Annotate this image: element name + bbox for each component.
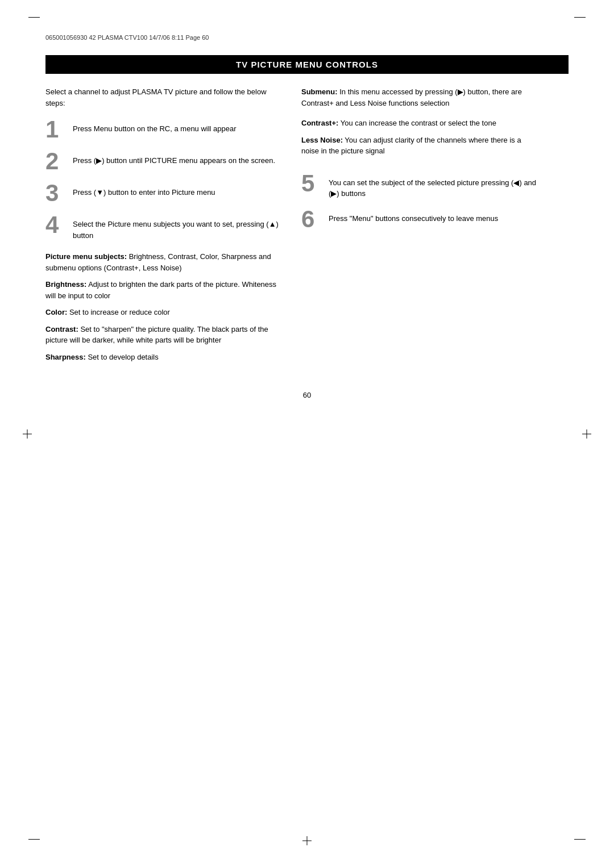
contrast-text: Set to "sharpen" the picture quality. Th… bbox=[45, 325, 268, 345]
corner-mark-bottom-right bbox=[574, 839, 586, 840]
contrast-plus-label: Contrast+: bbox=[301, 119, 338, 127]
step-6-number: 6 bbox=[301, 207, 322, 231]
step-3: 3 Press (▼) button to enter into Picture… bbox=[45, 183, 284, 205]
submenu-label: Submenu: bbox=[301, 87, 338, 96]
step-5-text: You can set the subject of the selected … bbox=[329, 174, 540, 199]
picture-menu-subjects-block: Picture menu subjects: Brightness, Contr… bbox=[45, 251, 284, 273]
page-title: TV PICTURE MENU CONTROLS bbox=[236, 60, 378, 69]
step-3-text: Press (▼) button to enter into Picture m… bbox=[73, 183, 215, 198]
sharpness-label: Sharpness: bbox=[45, 353, 86, 361]
cross-bottom-center bbox=[302, 836, 312, 845]
title-bar: TV PICTURE MENU CONTROLS bbox=[45, 55, 569, 74]
step-1-text: Press Menu button on the RC, a menu will… bbox=[73, 120, 237, 135]
cross-right bbox=[582, 429, 591, 439]
step-2-text: Press (▶) button until PICTURE menu appe… bbox=[73, 152, 275, 166]
color-label: Color: bbox=[45, 308, 67, 316]
step-2-number: 2 bbox=[45, 149, 66, 173]
submenu-block: Submenu: In this menu accessed by pressi… bbox=[301, 86, 540, 108]
contrast-plus-block: Contrast+: You can increase the contrast… bbox=[301, 118, 540, 129]
page: 065001056930 42 PLASMA CTV100 14/7/06 8:… bbox=[0, 0, 614, 868]
less-noise-block: Less Noise: You can adjust clarity of th… bbox=[301, 135, 540, 157]
contrast-block: Contrast: Set to "sharpen" the picture q… bbox=[45, 324, 284, 346]
contrast-plus-text: You can increase the contrast or select … bbox=[338, 119, 496, 127]
color-block: Color: Set to increase or reduce color bbox=[45, 307, 284, 318]
sharpness-block: Sharpness: Set to develop details bbox=[45, 352, 284, 363]
brightness-label: Brightness: bbox=[45, 280, 86, 289]
step-1-number: 1 bbox=[45, 118, 66, 141]
picture-menu-subjects-label: Picture menu subjects: bbox=[45, 252, 127, 261]
color-text: Set to increase or reduce color bbox=[67, 308, 170, 316]
corner-mark-bottom-left bbox=[28, 839, 40, 840]
header-row: 065001056930 42 PLASMA CTV100 14/7/06 8:… bbox=[45, 34, 569, 41]
corner-mark-top-left bbox=[28, 17, 40, 18]
corner-mark-top-right bbox=[574, 17, 586, 18]
step-6-text: Press "Menu" buttons consecutively to le… bbox=[329, 210, 498, 224]
print-info: 065001056930 42 PLASMA CTV100 14/7/06 8:… bbox=[45, 34, 209, 41]
right-column: Submenu: In this menu accessed by pressi… bbox=[301, 86, 540, 368]
intro-text: Select a channel to adjust PLASMA TV pic… bbox=[45, 86, 284, 108]
sharpness-text: Set to develop details bbox=[86, 353, 159, 361]
step-3-number: 3 bbox=[45, 181, 66, 205]
less-noise-label: Less Noise: bbox=[301, 136, 343, 144]
brightness-block: Brightness: Adjust to brighten the dark … bbox=[45, 279, 284, 301]
step-5-number: 5 bbox=[301, 172, 322, 195]
left-column: Select a channel to adjust PLASMA TV pic… bbox=[45, 86, 284, 368]
contrast-label: Contrast: bbox=[45, 325, 78, 333]
step-4-text: Select the Picture menu subjects you wan… bbox=[73, 215, 284, 241]
cross-left bbox=[23, 429, 32, 439]
content-area: Select a channel to adjust PLASMA TV pic… bbox=[45, 86, 569, 368]
step-4: 4 Select the Picture menu subjects you w… bbox=[45, 215, 284, 241]
step-1: 1 Press Menu button on the RC, a menu wi… bbox=[45, 120, 284, 141]
step-6: 6 Press "Menu" buttons consecutively to … bbox=[301, 210, 540, 231]
step-4-number: 4 bbox=[45, 213, 66, 237]
step-2: 2 Press (▶) button until PICTURE menu ap… bbox=[45, 152, 284, 173]
page-number: 60 bbox=[45, 391, 569, 399]
step-5: 5 You can set the subject of the selecte… bbox=[301, 174, 540, 199]
